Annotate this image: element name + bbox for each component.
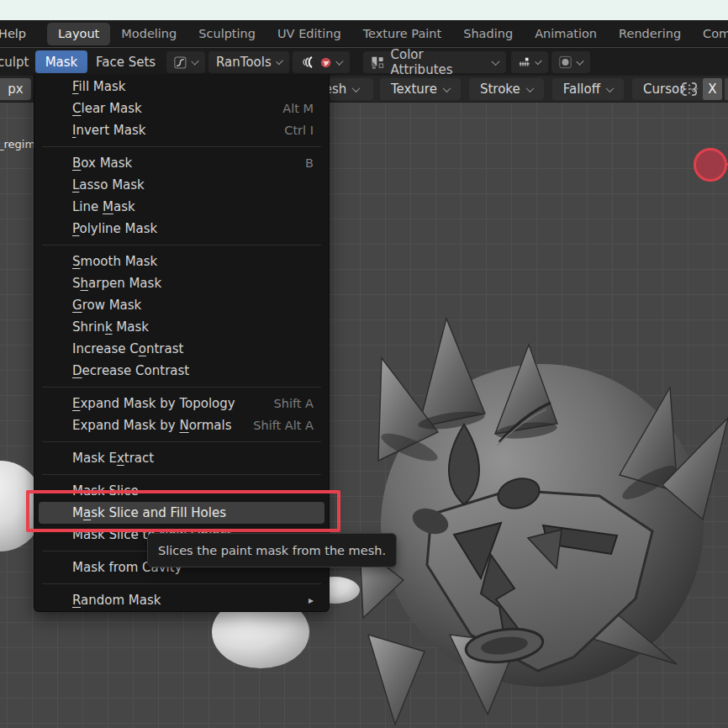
falloff-dropdown[interactable]: Falloff xyxy=(552,78,624,100)
workspace-tab-texture-paint[interactable]: Texture Paint xyxy=(352,23,453,45)
menu-item-shrink-mask[interactable]: Shrink Mask xyxy=(34,316,329,338)
color-attributes-label: Color Attributes xyxy=(391,47,488,77)
menu-item-label: Expand Mask by Normals xyxy=(72,418,253,433)
menu-item-sharpen-mask[interactable]: Sharpen Mask xyxy=(34,272,329,294)
tool-header: culpt Mask Face Sets RanTools xyxy=(0,48,728,76)
chevron-down-icon xyxy=(525,84,534,92)
annotation-rectangle xyxy=(26,490,340,532)
chevron-down-icon xyxy=(535,57,542,65)
workspace-tab-sculpting[interactable]: Sculpting xyxy=(187,23,266,45)
menu-item-label: Fill Mask xyxy=(72,79,314,94)
workspace-tab-animation[interactable]: Animation xyxy=(524,23,608,45)
menu-item-label: Sharpen Mask xyxy=(72,276,314,291)
menu-item-shortcut: Ctrl I xyxy=(284,124,314,137)
stroke-dropdown[interactable]: Stroke xyxy=(469,78,544,100)
falloff-curve-icon xyxy=(174,55,187,70)
workspace-tab-rendering[interactable]: Rendering xyxy=(608,23,692,45)
chevron-down-icon xyxy=(492,57,500,66)
help-menu[interactable]: Help xyxy=(0,20,26,47)
menu-item-smooth-mask[interactable]: Smooth Mask xyxy=(34,251,329,272)
header-dropdowns: TextureStrokeFalloffCursor xyxy=(380,78,708,100)
tab-sculpt-clipped[interactable]: culpt xyxy=(0,48,29,76)
menu-item-label: Increase Contrast xyxy=(72,341,314,356)
workspace-tab-modeling[interactable]: Modeling xyxy=(110,23,187,45)
menu-item-grow-mask[interactable]: Grow Mask xyxy=(34,294,329,316)
color-attributes-dropdown[interactable]: Color Attributes xyxy=(363,51,506,73)
red-matcap-sphere-icon xyxy=(320,55,331,70)
falloff-matcap-dropdown[interactable] xyxy=(293,51,350,73)
menu-item-label: Box Mask xyxy=(72,156,305,171)
tab-mask-active[interactable]: Mask xyxy=(35,50,87,73)
menu-item-label: Lasso Mask xyxy=(72,177,314,193)
menu-item-increase-contrast[interactable]: Increase Contrast xyxy=(34,338,329,360)
chevron-down-icon xyxy=(276,57,283,65)
menu-item-label: Clear Mask xyxy=(72,101,282,116)
falloff-arcs-icon xyxy=(300,55,314,70)
sphere-icon xyxy=(559,55,572,70)
spiky-ball-object xyxy=(360,319,728,725)
menu-item-label: Grow Mask xyxy=(72,298,314,313)
menu-item-shortcut: Alt M xyxy=(282,102,314,115)
menu-item-polyline-mask[interactable]: Polyline Mask xyxy=(34,218,329,240)
radius-unit-field[interactable]: px xyxy=(0,78,31,100)
remesh-dropdown[interactable] xyxy=(511,51,548,73)
menu-item-shortcut: Shift Alt A xyxy=(253,419,314,432)
blender-window: { "topbar": { "help_label": "Help", "tab… xyxy=(0,0,728,728)
menu-item-expand-mask-by-normals[interactable]: Expand Mask by NormalsShift Alt A xyxy=(34,414,329,436)
chevron-down-icon xyxy=(191,57,198,65)
menu-item-label: Random Mask xyxy=(72,593,309,608)
menu-item-decrease-contrast[interactable]: Decrease Contrast xyxy=(34,360,329,382)
chevron-down-icon xyxy=(336,57,344,65)
menu-item-lasso-mask[interactable]: Lasso Mask xyxy=(34,174,329,196)
menu-item-random-mask[interactable]: Random Mask▸ xyxy=(34,589,329,611)
menu-item-line-mask[interactable]: Line Mask xyxy=(34,196,329,218)
brush-falloff-dropdown[interactable] xyxy=(166,51,205,73)
workspace-tab-compositing[interactable]: Compositing xyxy=(692,23,728,45)
menu-item-fill-mask[interactable]: Fill Mask xyxy=(34,76,329,98)
menu-item-invert-mask[interactable]: Invert MaskCtrl I xyxy=(34,119,329,141)
object-name-label: _regim xyxy=(0,138,35,150)
menu-separator xyxy=(34,469,329,480)
symmetry-x-toggle[interactable]: X xyxy=(703,78,722,100)
menu-separator xyxy=(34,436,329,447)
menu-item-label: Smooth Mask xyxy=(72,254,314,269)
menu-item-mask-extract[interactable]: Mask Extract xyxy=(34,447,329,469)
falloff-label: Falloff xyxy=(563,82,600,97)
texture-label: Texture xyxy=(391,82,437,97)
menu-item-label: Polyline Mask xyxy=(72,221,314,236)
symmetry-butterfly-icon[interactable] xyxy=(679,81,699,98)
tab-face-sets[interactable]: Face Sets xyxy=(91,50,161,73)
topbar: Help LayoutModelingSculptingUV EditingTe… xyxy=(0,20,728,47)
chevron-down-icon xyxy=(606,84,615,92)
cursor-label: Cursor xyxy=(643,82,684,97)
tooltip-text: Slices the paint mask from the mesh. xyxy=(158,544,386,557)
workspace-tab-shading[interactable]: Shading xyxy=(452,23,524,45)
tooltip: Slices the paint mask from the mesh. xyxy=(147,533,397,567)
texture-dropdown[interactable]: Texture xyxy=(380,78,461,100)
menu-item-box-mask[interactable]: Box MaskB xyxy=(34,152,329,174)
menu-item-shortcut: Shift A xyxy=(274,397,314,410)
chevron-down-icon xyxy=(576,57,583,65)
workspace-tab-layout[interactable]: Layout xyxy=(47,23,110,45)
menu-item-label: Shrink Mask xyxy=(72,319,314,335)
chevron-down-icon xyxy=(352,84,361,92)
submenu-arrow-icon: ▸ xyxy=(309,594,314,606)
menu-item-label: Line Mask xyxy=(72,199,314,214)
workspace-tabs: LayoutModelingSculptingUV EditingTexture… xyxy=(47,20,728,47)
menu-item-label: Invert Mask xyxy=(72,123,284,138)
menu-item-label: Expand Mask by Topology xyxy=(72,396,274,411)
workspace-tab-uv-editing[interactable]: UV Editing xyxy=(266,23,352,45)
desktop-strip xyxy=(0,0,728,20)
menu-item-clear-mask[interactable]: Clear MaskAlt M xyxy=(34,98,329,119)
viewport-shading-sphere-dropdown[interactable] xyxy=(551,51,590,73)
rantools-label: RanTools xyxy=(216,55,272,70)
rantools-dropdown[interactable]: RanTools xyxy=(208,51,289,73)
menu-separator xyxy=(34,240,329,251)
menu-item-label: Decrease Contrast xyxy=(72,363,314,378)
menu-separator xyxy=(34,141,329,152)
color-attributes-icon xyxy=(371,55,385,70)
symmetry-y-toggle-clipped[interactable] xyxy=(725,78,728,100)
menu-separator xyxy=(34,382,329,393)
menu-item-expand-mask-by-topology[interactable]: Expand Mask by TopologyShift A xyxy=(34,393,329,414)
menu-item-label: Mask Extract xyxy=(72,451,314,466)
